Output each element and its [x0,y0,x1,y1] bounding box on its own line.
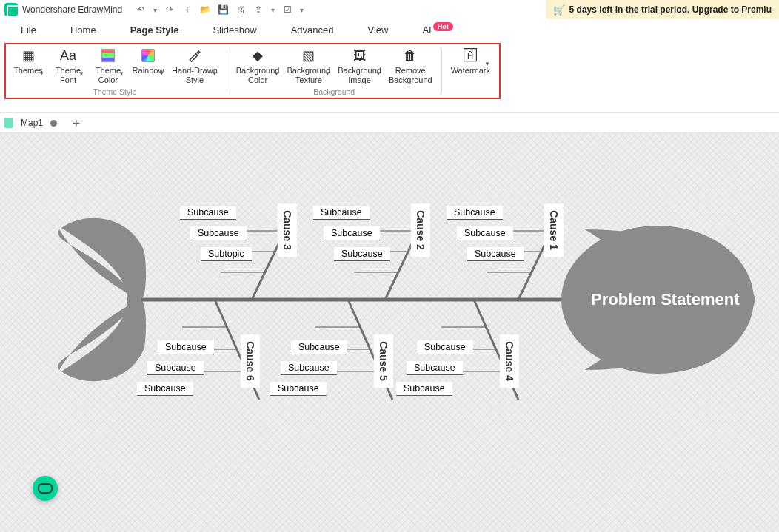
watermark-icon: 🄰 [464,47,477,64]
theme-color-label: Theme Color [96,66,121,84]
bg-texture-button[interactable]: ▧ Background Texture▼ [285,46,332,86]
trial-text: 5 days left in the trial period. Upgrade… [569,4,772,15]
sub-c2-1[interactable]: Subcause [324,226,380,240]
export-icon[interactable]: ⇪ [253,4,264,15]
document-tabstrip: Map1 ＋ [0,112,779,133]
menu-advanced[interactable]: Advanced [287,21,338,38]
cause-3[interactable]: Cause 3 [278,203,297,257]
tab-map1[interactable]: Map1 [21,118,43,128]
ribbon-highlight: ▦ Themes▼ Aa Theme Font▼ Theme Color▼ Ra… [4,43,501,99]
menu-pagestyle[interactable]: Page Style [126,21,184,38]
sub-c2-0[interactable]: Subcause [313,206,370,220]
grid-icon: ▦ [22,47,35,64]
add-tab-button[interactable]: ＋ [70,115,82,131]
sub-c4-2[interactable]: Subcause [396,382,452,396]
check-icon[interactable]: ☑ [282,4,292,15]
undo-icon[interactable]: ↶ [136,4,146,15]
hot-badge: Hot [433,22,453,31]
menu-view[interactable]: View [364,21,393,38]
menu-bar: File Home Page Style Slideshow Advanced … [0,19,779,40]
canvas[interactable]: Problem Statement Cause 3 Cause 2 Cause … [0,133,779,532]
rainbow-button[interactable]: Rainbow▼ [130,46,166,86]
sub-c3-1[interactable]: Subcause [190,226,247,240]
sub-c6-2[interactable]: Subcause [137,382,193,396]
ribbon: ▦ Themes▼ Aa Theme Font▼ Theme Color▼ Ra… [0,40,779,112]
bg-image-button[interactable]: 🖼 Background Image▼ [336,46,383,86]
menu-ai-label: AI [422,24,431,36]
cart-icon: 🛒 [553,4,565,16]
sub-c5-2[interactable]: Subcause [270,382,327,396]
app-title: Wondershare EdrawMind [22,4,122,15]
title-bar: Wondershare EdrawMind ↶ ▾ ↷ ＋ 📂 💾 🖨 ⇪ ▾ … [0,0,779,19]
sub-c3-0[interactable]: Subcause [180,206,236,220]
sub-c6-0[interactable]: Subcause [158,340,214,354]
themes-button[interactable]: ▦ Themes▼ [10,46,46,86]
save-icon[interactable]: 💾 [218,4,228,15]
quick-access-toolbar: ↶ ▾ ↷ ＋ 📂 💾 🖨 ⇪ ▾ ☑ ▾ [136,4,304,15]
sub-c4-1[interactable]: Subcause [407,361,463,375]
texture-icon: ▧ [302,47,315,64]
palette-icon [101,47,115,64]
ribbon-group-theme: ▦ Themes▼ Aa Theme Font▼ Theme Color▼ Ra… [7,46,222,96]
group-empty-label [469,78,472,87]
menu-ai[interactable]: AI Hot [418,21,457,38]
ribbon-separator [227,49,227,93]
theme-font-button[interactable]: Aa Theme Font▼ [50,46,86,86]
app-logo-icon [4,3,18,16]
sub-c6-1[interactable]: Subcause [147,361,204,375]
chat-fab-button[interactable] [33,476,58,501]
hand-drawn-button[interactable]: Hand-Drawn Style▼ [170,46,219,86]
qat-dd[interactable]: ▾ [153,6,157,14]
open-icon[interactable]: 📂 [200,4,210,15]
sub-c4-0[interactable]: Subcause [417,340,473,354]
sub-c1-0[interactable]: Subcause [447,206,503,220]
brush-icon [188,47,201,64]
bucket-icon: ◆ [253,47,263,64]
trial-banner[interactable]: 🛒 5 days left in the trial period. Upgra… [546,0,779,19]
image-down-icon: 🖼 [353,47,367,64]
print-icon[interactable]: 🖨 [235,4,246,15]
fishbone-head[interactable]: Problem Statement [591,290,740,309]
unsaved-dot-icon [50,120,57,127]
theme-color-button[interactable]: Theme Color▼ [90,46,126,86]
new-icon[interactable]: ＋ [182,4,193,15]
cause-1[interactable]: Cause 1 [544,203,564,257]
watermark-button[interactable]: 🄰 Watermark▼ [449,46,492,77]
doc-icon [4,118,13,128]
font-icon: Aa [60,47,76,64]
sub-c2-2[interactable]: Subcause [334,247,390,261]
group-theme-label: Theme Style [93,87,136,96]
rainbow-icon [141,47,155,64]
cause-5[interactable]: Cause 5 [374,334,393,388]
group-bg-label: Background [313,87,355,96]
fishbone-svg [0,133,779,532]
redo-icon[interactable]: ↷ [164,4,175,15]
theme-font-label: Theme Font [56,66,81,84]
sub-c5-1[interactable]: Subcause [281,361,337,375]
sub-c1-1[interactable]: Subcause [457,226,513,240]
cause-4[interactable]: Cause 4 [500,334,519,388]
ribbon-separator-2 [441,49,442,93]
menu-file[interactable]: File [16,21,41,38]
menu-slideshow[interactable]: Slideshow [208,21,261,38]
ribbon-group-background: ◆ Background Color▼ ▧ Background Texture… [232,46,437,96]
bg-color-button[interactable]: ◆ Background Color▼ [235,46,281,86]
menu-home[interactable]: Home [66,21,101,38]
qat-dd2[interactable]: ▾ [271,6,275,14]
sub-c5-0[interactable]: Subcause [291,340,347,354]
remove-bg-label: Remove Background [389,66,432,84]
ribbon-group-watermark: 🄰 Watermark▼ [447,46,495,87]
hand-drawn-label: Hand-Drawn Style [172,66,218,84]
cause-2[interactable]: Cause 2 [411,203,430,257]
image-x-icon: 🗑 [404,47,417,64]
sub-c3-2[interactable]: Subtopic [201,247,252,261]
remove-bg-button[interactable]: 🗑 Remove Background [387,46,434,86]
qat-dd3[interactable]: ▾ [300,6,304,14]
sub-c1-2[interactable]: Subcause [467,247,524,261]
cause-6[interactable]: Cause 6 [241,334,260,388]
